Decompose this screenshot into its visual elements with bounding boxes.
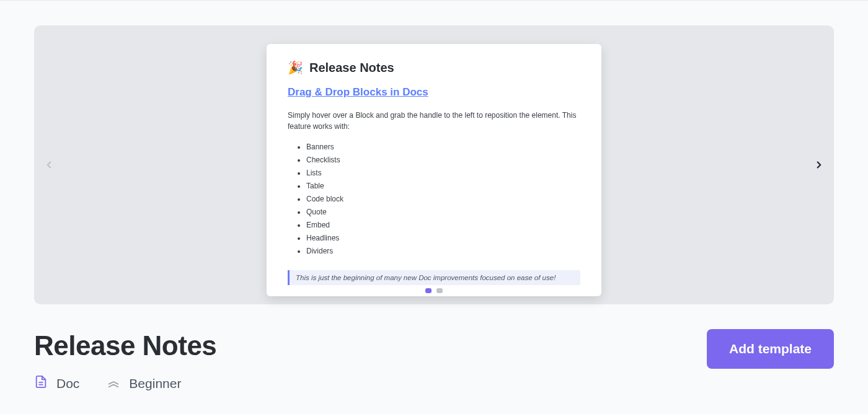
meta-level-label: Beginner (129, 376, 181, 391)
preview-list: Banners Checklists Lists Table Code bloc… (288, 141, 580, 258)
list-item: Dividers (306, 245, 580, 258)
add-template-button[interactable]: Add template (707, 329, 834, 369)
list-item: Lists (306, 167, 580, 180)
template-carousel: 🎉 Release Notes Drag & Drop Blocks in Do… (34, 25, 834, 304)
list-item: Checklists (306, 154, 580, 167)
carousel-next-button[interactable] (810, 156, 828, 174)
list-item: Quote (306, 206, 580, 219)
party-popper-icon: 🎉 (288, 60, 303, 75)
page-title: Release Notes (34, 330, 216, 361)
list-item: Table (306, 180, 580, 193)
preview-paragraph: Simply hover over a Block and grab the h… (288, 110, 580, 132)
preview-title: Release Notes (309, 61, 394, 75)
carousel-dot-2[interactable] (436, 288, 443, 293)
level-icon (107, 375, 120, 392)
meta-level: Beginner (107, 375, 181, 392)
list-item: Code block (306, 193, 580, 206)
doc-icon (34, 375, 48, 392)
list-item: Embed (306, 219, 580, 232)
carousel-dots (425, 288, 443, 293)
preview-callout: This is just the beginning of many new D… (288, 270, 580, 285)
list-item: Headlines (306, 232, 580, 245)
meta-type-label: Doc (56, 376, 79, 391)
template-preview-card: 🎉 Release Notes Drag & Drop Blocks in Do… (267, 44, 601, 296)
list-item: Banners (306, 141, 580, 154)
carousel-dot-1[interactable] (425, 288, 432, 293)
meta-type: Doc (34, 375, 79, 392)
preview-subtitle-link[interactable]: Drag & Drop Blocks in Docs (288, 86, 580, 99)
carousel-prev-button[interactable] (40, 156, 58, 174)
